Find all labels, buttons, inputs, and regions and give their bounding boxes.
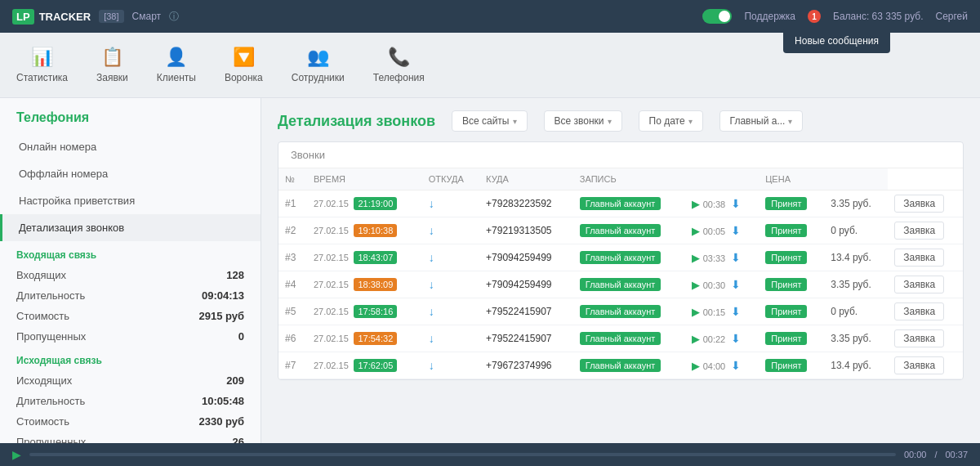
cell-record: ▶ 00:22 ⬇: [685, 325, 759, 352]
table-label: Звонки: [278, 142, 963, 168]
cell-record: ▶ 00:30 ⬇: [685, 271, 759, 298]
cell-phone: +79219313505: [479, 217, 573, 244]
toggle-button[interactable]: [702, 9, 732, 24]
create-order-button[interactable]: Заявка: [894, 222, 944, 240]
cell-record: ▶ 00:05 ⬇: [685, 217, 759, 244]
nav-item-statistics[interactable]: 📊 Статистика: [16, 47, 68, 83]
player-play-button[interactable]: ▶: [12, 448, 21, 461]
download-icon[interactable]: ⬇: [731, 224, 741, 237]
filter-all-sites[interactable]: Все сайты ▾: [452, 110, 528, 132]
cell-num: #1: [278, 190, 307, 217]
plan-tag: [38]: [99, 10, 123, 23]
nav-item-orders[interactable]: 📋 Заявки: [96, 47, 128, 83]
filter-all-calls[interactable]: Все звонки ▾: [544, 110, 622, 132]
orders-icon: 📋: [101, 47, 123, 68]
create-order-button[interactable]: Заявка: [894, 249, 944, 267]
col-price: ЦЕНА: [759, 168, 824, 190]
table-row: #6 27.02.15 17:54:32 ↓ +79522415907 Глав…: [278, 325, 963, 352]
nav-item-clients[interactable]: 👤 Клиенты: [157, 47, 196, 83]
sidebar-item-greeting[interactable]: Настройка приветствия: [0, 187, 261, 214]
cell-status: Принят: [759, 217, 824, 244]
cell-status: Принят: [759, 271, 824, 298]
play-button[interactable]: ▶: [692, 333, 700, 345]
nav-item-telephony[interactable]: 📞 Телефония: [373, 47, 425, 83]
sidebar-item-calls-detail[interactable]: Детализация звонков: [0, 214, 261, 241]
create-order-button[interactable]: Заявка: [894, 195, 944, 213]
cell-down-arrow: ↓: [422, 244, 479, 271]
stat-label-duration-in: Длительность: [16, 289, 85, 302]
user-name[interactable]: Сергей: [935, 11, 968, 22]
chevron-down-icon: ▾: [608, 117, 612, 126]
sidebar-title: Телефония: [0, 110, 261, 133]
stat-row-incoming: Входящих 128: [0, 265, 261, 285]
filter-main-account[interactable]: Главный а... ▾: [719, 110, 804, 132]
filter-by-date[interactable]: По дате ▾: [639, 110, 703, 132]
download-icon[interactable]: ⬇: [731, 332, 741, 345]
cell-down-arrow: ↓: [422, 325, 479, 352]
player-progress-bar[interactable]: [29, 453, 896, 456]
cell-price: 3.35 руб.: [824, 325, 888, 352]
cell-record: ▶ 04:00 ⬇: [685, 352, 759, 379]
create-order-button[interactable]: Заявка: [894, 329, 944, 347]
nav-label-statistics: Статистика: [16, 72, 68, 83]
create-order-button[interactable]: Заявка: [894, 302, 944, 320]
play-button[interactable]: ▶: [692, 198, 700, 210]
cell-action: Заявка: [888, 325, 963, 352]
cell-record: ▶ 00:15 ⬇: [685, 298, 759, 325]
col-num: №: [278, 168, 307, 190]
play-button[interactable]: ▶: [692, 225, 700, 237]
info-icon[interactable]: ⓘ: [169, 10, 179, 24]
table-row: #4 27.02.15 18:38:09 ↓ +79094259499 Глав…: [278, 271, 963, 298]
support-label: Поддержка: [744, 11, 795, 22]
balance-value: 63 335 руб.: [872, 11, 924, 22]
bottom-player: ▶ 00:00 / 00:37: [0, 443, 980, 466]
stat-row-missed-in: Пропущенных 0: [0, 326, 261, 347]
cell-action: Заявка: [888, 271, 963, 298]
stat-label-duration-out: Длительность: [16, 395, 85, 407]
download-icon[interactable]: ⬇: [731, 197, 741, 210]
stat-row-cost-out: Стоимость 2330 руб: [0, 411, 261, 432]
cell-record: ▶ 03:33 ⬇: [685, 244, 759, 271]
col-dl: [685, 168, 759, 190]
sidebar-item-online[interactable]: Онлайн номера: [0, 133, 261, 160]
chevron-down-icon: ▾: [788, 117, 792, 126]
cell-down-arrow: ↓: [422, 271, 479, 298]
download-icon[interactable]: ⬇: [731, 278, 741, 291]
nav-item-employees[interactable]: 👥 Сотрудники: [292, 47, 345, 83]
cell-phone: +79522415907: [479, 298, 573, 325]
cell-account: Главный аккаунт: [573, 298, 685, 325]
play-button[interactable]: ▶: [692, 306, 700, 318]
cell-down-arrow: ↓: [422, 217, 479, 244]
play-button[interactable]: ▶: [692, 252, 700, 264]
support-badge[interactable]: 1: [808, 10, 821, 23]
plan-name: Смарт: [132, 11, 162, 22]
chevron-down-icon: ▾: [688, 117, 693, 126]
cell-price: 3.35 руб.: [824, 271, 888, 298]
download-icon[interactable]: ⬇: [731, 251, 741, 264]
col-action: [824, 168, 888, 190]
cell-phone: +79094259499: [479, 244, 573, 271]
cell-num: #4: [278, 271, 307, 298]
download-icon[interactable]: ⬇: [731, 359, 741, 372]
nav-item-funnel[interactable]: 🔽 Воронка: [225, 47, 263, 83]
cell-num: #6: [278, 325, 307, 352]
cell-time: 27.02.15 21:19:00: [307, 190, 422, 217]
play-button[interactable]: ▶: [692, 360, 700, 372]
create-order-button[interactable]: Заявка: [894, 356, 944, 374]
stat-label-outgoing: Исходящих: [16, 374, 72, 387]
table-row: #7 27.02.15 17:62:05 ↓ +79672374996 Глав…: [278, 352, 963, 379]
stat-value-duration-in: 09:04:13: [202, 289, 244, 302]
download-icon[interactable]: ⬇: [731, 305, 741, 318]
nav-label-telephony: Телефония: [373, 72, 425, 83]
table-row: #3 27.02.15 18:43:07 ↓ +79094259499 Глав…: [278, 244, 963, 271]
cell-price: 13.4 руб.: [824, 244, 888, 271]
player-current-time: 00:00: [904, 450, 927, 459]
table-row: #5 27.02.15 17:58:16 ↓ +79522415907 Глав…: [278, 298, 963, 325]
sidebar-item-offline[interactable]: Оффлайн номера: [0, 160, 261, 187]
cell-price: 0 руб.: [824, 298, 888, 325]
col-time: ВРЕМЯ: [307, 168, 422, 190]
create-order-button[interactable]: Заявка: [894, 276, 944, 293]
play-button[interactable]: ▶: [692, 279, 700, 291]
cell-num: #3: [278, 244, 307, 271]
page-title: Детализация звонков: [278, 113, 435, 130]
